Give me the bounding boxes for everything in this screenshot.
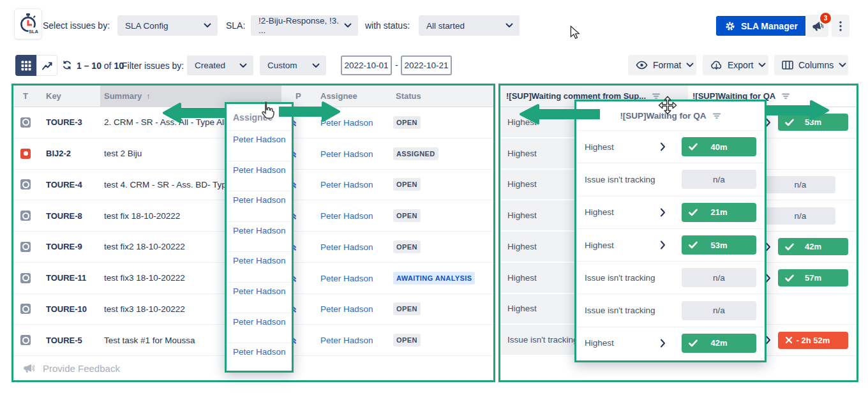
select-issues-by-dropdown[interactable]: SLA Config [117,15,218,36]
pagination-status: 1 – 10 of 10 [77,61,124,71]
assignee-overlay-row: Peter Hadson [227,251,292,282]
more-actions-button[interactable] [832,15,849,37]
move-cursor-icon [658,96,677,115]
sla-priority-label: Highest [585,142,660,152]
drag-arrow-left-icon [163,103,227,123]
sla-app-logo[interactable]: SLA [14,8,42,40]
type-cell [13,335,38,345]
date-to-input[interactable]: 2022-10-21 [401,56,452,75]
assignee-link[interactable]: Peter Hadson [320,336,373,345]
assignee-link[interactable]: Peter Hadson [233,164,286,177]
chevron-down-icon [839,63,846,68]
assignee-link[interactable]: Peter Hadson [320,274,373,283]
feedback-label: Provide Feedback [43,363,120,374]
assignee-link[interactable]: Peter Hadson [233,285,286,298]
sla-not-tracking-badge: n/a [682,170,756,189]
sla-dropdown[interactable]: !2-Biju-Response, !3. ... [251,15,358,36]
drag-arrow-right-icon [279,101,340,122]
announcements-button[interactable]: 3 [805,15,828,37]
filter-icon[interactable] [712,113,721,119]
status-dropdown[interactable]: All started [419,15,520,36]
issue-key: TOURE-11 [38,273,100,283]
with-status-label: with status: [365,20,410,31]
column-header-assignee[interactable]: Assignee [312,91,390,101]
qa-overlay-row: Highest40m [576,130,765,163]
assignee-link[interactable]: Peter Hadson [320,304,373,314]
column-header-key[interactable]: Key [38,91,100,101]
filter-period-dropdown[interactable]: Custom [260,56,326,75]
columns-button[interactable]: Columns [774,55,848,75]
assignee-overlay-row: Peter Hadson [227,282,292,313]
type-cell [13,149,38,159]
filter-icon[interactable] [781,93,790,100]
sla-badge-label: n/a [713,175,725,184]
grid-view-button[interactable] [15,55,36,76]
assignee-link[interactable]: Peter Hadson [320,180,373,189]
assignee-link[interactable]: Peter Hadson [233,133,286,146]
assignee-link[interactable]: Peter Hadson [320,242,373,252]
status-cell: AWAITING ANALYSIS [390,272,493,285]
qa-overlay-row: Highest21m [576,196,765,228]
status-badge: OPEN [393,116,421,129]
assignee-link[interactable]: Peter Hadson [233,316,286,329]
sla-not-tracking-badge: n/a [682,268,756,287]
assignee-cell: Peter Hadson [312,179,390,190]
chart-view-button[interactable] [36,55,57,76]
assignee-overlay-row: Peter Hadson [227,343,292,373]
issue-key: TOURE-8 [38,211,100,221]
chevron-down-icon [758,63,766,68]
type-cell [13,273,38,283]
hand-cursor-icon [258,101,276,120]
cloud-download-icon [710,60,722,70]
bug-type-icon [20,149,31,159]
status-badge: AWAITING ANALYSIS [393,272,475,285]
refresh-icon[interactable] [62,60,72,70]
check-icon [785,274,794,282]
column-header-type[interactable]: T [13,91,38,101]
status-cell: OPEN [390,209,493,222]
filter-field-dropdown[interactable]: Created [187,56,253,75]
export-label: Export [728,60,753,70]
x-icon [785,336,793,344]
assignee-link[interactable]: Peter Hadson [233,225,286,237]
assignee-cell: Peter Hadson [312,303,390,315]
sla-label: SLA: [226,20,245,31]
assignee-link[interactable]: Peter Hadson [320,149,373,159]
chevron-down-icon [505,23,513,28]
sla-badge-label: - 2h 52m [797,336,830,345]
type-cell [13,179,38,189]
assignee-overlay-row: Peter Hadson [227,130,292,161]
task-type-icon [20,335,31,345]
expand-chevron-icon[interactable] [660,241,666,249]
sla-badge-label: 21m [710,207,727,217]
task-type-icon [20,242,31,252]
assignee-link[interactable]: Peter Hadson [233,194,286,207]
expand-chevron-icon[interactable] [660,142,666,151]
export-button[interactable]: Export [703,55,768,75]
date-from-input[interactable]: 2022-10-01 [341,56,392,75]
assignee-link[interactable]: Peter Hadson [233,346,286,359]
status-badge: OPEN [393,178,421,191]
assignee-overlay-row: Peter Hadson [227,191,292,221]
sla-badge-label: 40m [710,142,727,152]
filter-period-value: Custom [267,61,297,70]
assignee-link[interactable]: Peter Hadson [233,255,286,267]
expand-chevron-icon[interactable] [660,208,666,217]
expand-chevron-icon[interactable] [660,339,666,348]
sort-ascending-icon: ↑ [146,91,151,101]
sla-badge-label: 42m [805,242,821,251]
issue-key: TOURE-5 [38,336,100,345]
sla-manager-button[interactable]: SLA Manager [716,16,807,36]
kebab-menu-icon [839,21,842,31]
format-button[interactable]: Format [628,55,696,75]
assignee-drag-overlay[interactable]: Assignee Peter HadsonPeter HadsonPeter H… [225,102,294,373]
status-badge: ASSIGNED [393,147,438,160]
sla-report-app: SLA Select issues by: SLA Config SLA: !2… [0,0,868,393]
pagination-of: of [104,61,112,71]
qa-drag-overlay[interactable]: ![SUP]Waiting for QA Highest40mIssue isn… [574,100,767,362]
assignee-link[interactable]: Peter Hadson [320,211,373,221]
column-header-status[interactable]: Status [390,91,493,101]
gear-icon [725,21,735,31]
assignee-overlay-row: Peter Hadson [227,221,292,252]
column-header-priority[interactable]: P [281,91,312,101]
